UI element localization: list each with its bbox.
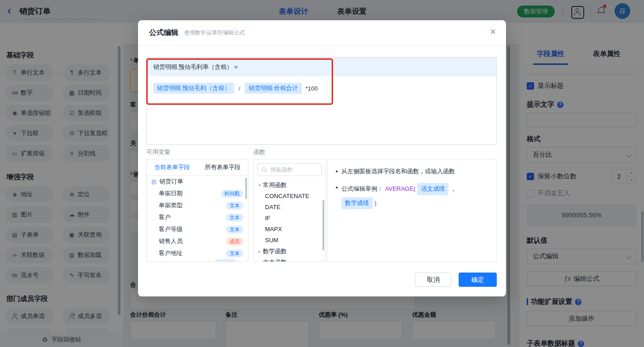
variable-row[interactable]: 客户等级 文本 xyxy=(147,223,248,235)
dialog-title: 公式编辑 xyxy=(149,28,178,38)
example-chip: 数学成绩 xyxy=(341,197,373,210)
app-window: ‹ 销货订单 表单设计 表单设置 数据管理 存 ⧉ 表单外链 ‹/› 后端脚本 … xyxy=(0,0,644,347)
function-group-text[interactable]: ▸ 文本函数 xyxy=(254,257,325,262)
function-group-common[interactable]: ▾ 常用函数 xyxy=(254,180,325,191)
tab-all-form-fields[interactable]: 所有表单字段 xyxy=(197,159,248,175)
variables-panel: 当前表单字段 所有表单字段 ▤ 销货订单 单据日期 时间戳 单据类型 文本 客户… xyxy=(146,159,248,262)
group-label: 数学函数 xyxy=(263,247,287,256)
hint-line-1: 从左侧面板选择字段名和函数，或输入函数 xyxy=(336,167,488,176)
formula-target: 销货明细.预估毛利率（含税） = xyxy=(153,63,238,71)
variables-scrollbar[interactable] xyxy=(245,178,247,199)
hint-prefix: 公式编辑举例： xyxy=(341,184,383,194)
function-name: AVERAGE( xyxy=(385,184,415,194)
dialog-header: 公式编辑 使用数学运算符编辑公式 xyxy=(138,20,506,46)
type-badge: 文本 xyxy=(226,250,243,257)
comma: ， xyxy=(450,184,456,194)
function-item[interactable]: MAPX xyxy=(254,224,325,235)
function-item[interactable]: IF xyxy=(254,213,325,224)
dialog-subtitle: 使用数学运算符编辑公式 xyxy=(184,29,245,37)
function-item[interactable]: DATE xyxy=(254,202,325,213)
variables-label: 可用变量 xyxy=(146,148,170,156)
clipped-badge xyxy=(215,259,236,262)
functions-scrollbar[interactable] xyxy=(322,200,324,250)
close-icon[interactable]: × xyxy=(490,27,496,37)
group-label: 文本函数 xyxy=(263,258,287,262)
variable-name: 单据类型 xyxy=(159,201,226,210)
bullet-icon xyxy=(336,187,338,188)
hint-line-2: 公式编辑举例： AVERAGE( 语文成绩 ， 数学成绩 ) xyxy=(336,183,488,210)
functions-panel: ▾ 常用函数 CONCATENATE DATE IF MAPX SUM ▸ 数学… xyxy=(253,159,326,262)
function-search-input[interactable] xyxy=(270,166,317,173)
form-doc-icon: ▤ xyxy=(151,178,156,185)
type-badge: 文本 xyxy=(226,226,243,233)
formula-operator: / xyxy=(239,85,241,92)
function-item[interactable]: CONCATENATE xyxy=(254,191,325,202)
variable-name: 销售人员 xyxy=(159,237,226,245)
group-label: 常用函数 xyxy=(263,181,287,189)
hint-text: 从左侧面板选择字段名和函数，或输入函数 xyxy=(341,167,455,176)
example-chip: 语文成绩 xyxy=(417,183,448,195)
variable-name: 客户地址 xyxy=(159,249,226,257)
variable-name: 单据日期 xyxy=(159,189,221,198)
search-icon xyxy=(262,167,267,172)
type-badge: 成员 xyxy=(226,238,243,245)
function-search[interactable] xyxy=(258,163,322,176)
formula-target-line: 销货明细.预估毛利率（含税） = xyxy=(147,57,496,76)
chevron-open-icon: ▾ xyxy=(259,183,261,188)
chevron-closed-icon: ▸ xyxy=(259,249,261,254)
function-group-math[interactable]: ▸ 数学函数 xyxy=(254,246,325,257)
bullet-icon xyxy=(336,171,338,172)
chevron-closed-icon: ▸ xyxy=(259,260,261,262)
function-close: ) xyxy=(374,199,376,208)
root-name: 销货订单 xyxy=(159,177,243,186)
formula-expression-line: 销货明细.预估毛利（含税） / 销货明细.价税合计 *100 xyxy=(147,76,496,100)
variables-tabs: 当前表单字段 所有表单字段 xyxy=(147,159,248,176)
confirm-button[interactable]: 确定 xyxy=(459,273,497,287)
formula-constant: *100 xyxy=(305,85,318,92)
hint-example: 公式编辑举例： AVERAGE( 语文成绩 ， 数学成绩 ) xyxy=(341,183,488,210)
variable-tree-root[interactable]: ▤ 销货订单 xyxy=(147,176,248,188)
cancel-button[interactable]: 取消 xyxy=(415,273,451,287)
hints-panel: 从左侧面板选择字段名和函数，或输入函数 公式编辑举例： AVERAGE( 语文成… xyxy=(327,159,497,262)
variable-row[interactable]: 单据类型 文本 xyxy=(147,199,248,211)
type-badge: 时间戳 xyxy=(221,190,243,198)
formula-editor[interactable]: 销货明细.预估毛利率（含税） = 销货明细.预估毛利（含税） / 销货明细.价税… xyxy=(146,57,497,145)
variable-row[interactable]: 客户 文本 xyxy=(147,211,248,223)
type-badge: 文本 xyxy=(226,214,243,222)
function-item[interactable]: SUM xyxy=(254,235,325,246)
formula-edit-dialog: 公式编辑 使用数学运算符编辑公式 × 销货明细.预估毛利率（含税） = 销货明细… xyxy=(138,20,506,296)
variable-name: 客户等级 xyxy=(159,225,226,233)
functions-label: 函数 xyxy=(253,148,265,156)
type-badge: 文本 xyxy=(226,202,243,210)
formula-field-chip[interactable]: 销货明细.预估毛利（含税） xyxy=(153,83,234,94)
variable-name: 客户 xyxy=(159,213,226,222)
variable-row[interactable]: 销售人员 成员 xyxy=(147,235,248,247)
variable-row[interactable]: 客户地址 文本 xyxy=(147,247,248,259)
tab-current-form-fields[interactable]: 当前表单字段 xyxy=(147,159,197,175)
variable-row[interactable]: 单据日期 时间戳 xyxy=(147,188,248,199)
formula-field-chip[interactable]: 销货明细.价税合计 xyxy=(245,83,302,94)
